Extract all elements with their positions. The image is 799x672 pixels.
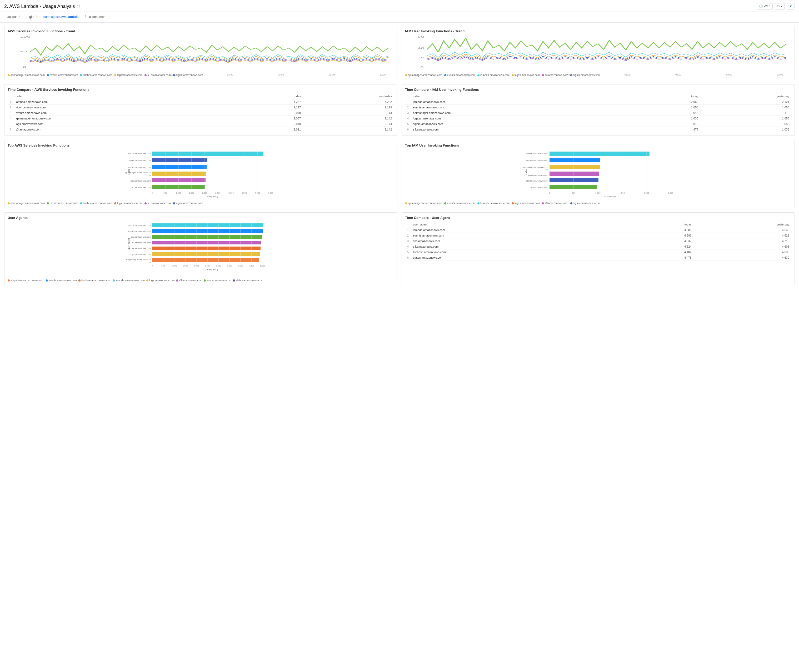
header-left: 2. AWS Lambda - Usage Analysis ⬡: [4, 4, 80, 9]
svg-text:user_agent: user_agent: [128, 238, 130, 250]
filter-account-label: account: [7, 15, 18, 19]
table-row: 3sns.amazonaws.com4,5374,715: [405, 238, 791, 244]
user-agents-row: User Agents lambda.amazonaws.com events.…: [4, 212, 795, 285]
time-range-label: -24h: [764, 5, 770, 8]
svg-text:caller: caller: [128, 169, 130, 175]
col-rank-ua: [405, 222, 411, 227]
svg-text:s3.amazonaws.com: s3.amazonaws.com: [132, 186, 151, 189]
iam-trend-svg: 60 40 20 0: [405, 35, 791, 72]
aws-trend-panel: AWS Services Invoking Functions - Trend …: [4, 26, 397, 80]
svg-text:lambda.amazonaws.com: lambda.amazonaws.com: [525, 152, 548, 155]
iam-compare-title: Time Compare - IAM User Invoking Functio…: [405, 88, 791, 91]
svg-rect-21: [152, 152, 263, 156]
svg-rect-85: [152, 241, 261, 245]
filter-button[interactable]: ▼: [787, 3, 795, 10]
col-today-iam: today: [638, 94, 700, 99]
main-content: AWS Services Invoking Functions - Trend …: [0, 22, 799, 293]
svg-text:50: 50: [20, 50, 27, 53]
svg-rect-23: [152, 165, 207, 169]
iam-trend-title: IAM User Invoking Functions - Trend: [405, 29, 791, 33]
col-rank-iam: [405, 94, 411, 99]
aws-compare-panel: Time Compare - AWS Services Invoking Fun…: [4, 84, 397, 136]
svg-text:caller: caller: [525, 169, 528, 175]
aws-trend-svg: 100 50 0: [8, 35, 394, 72]
svg-text:m: m: [546, 169, 548, 171]
svg-text:firehose.amazonaws.com: firehose.amazonaws.com: [127, 247, 151, 250]
filter-namespace-value: aws/lambda: [61, 15, 78, 19]
svg-text:5,000: 5,000: [260, 265, 266, 267]
top-iam-chart: lambda.amazonaws.com events.amazonaws.co…: [405, 149, 791, 200]
table-row: 3events.amazonaws.com2,0782,113: [8, 110, 394, 116]
svg-text:500: 500: [161, 265, 165, 267]
useragent-compare-panel: Time Compare - User Agent user_agent tod…: [402, 212, 795, 285]
page-title: 2. AWS Lambda - Usage Analysis: [4, 4, 75, 9]
col-yesterday: yesterday: [303, 94, 394, 99]
aws-compare-table: caller today yesterday 1lambda.amazonaws…: [8, 94, 394, 132]
top-aws-title: Top AWS Services Invoking Functions: [8, 143, 394, 147]
page-header: 2. AWS Lambda - Usage Analysis ⬡ 🕐 -24h …: [0, 0, 799, 12]
col-yesterday-ua: yesterday: [694, 222, 791, 227]
header-right: 🕐 -24h ↻ ▾ ▼: [757, 3, 795, 10]
svg-text:0: 0: [152, 192, 153, 194]
table-row: 6states.amazonaws.com4,4754,630: [405, 255, 791, 261]
svg-text:lambda.amazonaws.com: lambda.amazonaws.com: [128, 152, 151, 155]
aws-trend-chart: 100 50 0: [8, 35, 394, 72]
user-agents-legend: apigateway.amazonaws.com events.amazonaw…: [8, 279, 394, 282]
svg-text:1,000: 1,000: [595, 192, 601, 194]
table-row: 2signin.amazonaws.com2,1172,129: [8, 105, 394, 110]
svg-text:4,000: 4,000: [238, 265, 243, 267]
table-row: 2events.amazonaws.com1,0501,053: [405, 105, 791, 110]
svg-text:events.amazonaws.com: events.amazonaws.com: [525, 159, 548, 162]
filter-region-label: region: [27, 15, 35, 19]
svg-rect-24: [152, 171, 206, 176]
svg-text:s3.amazonaws.com: s3.amazonaws.com: [530, 186, 548, 189]
svg-text:logs.amazonaws.com: logs.amazonaws.com: [528, 174, 548, 176]
top-aws-svg: lambda.amazonaws.com signin.amazonaws.co…: [8, 149, 394, 200]
svg-text:4,500: 4,500: [249, 265, 255, 267]
filter-namespace[interactable]: namespace aws/lambda: [40, 14, 82, 20]
svg-rect-22: [152, 158, 207, 162]
filter-region[interactable]: region *: [23, 14, 40, 20]
svg-rect-86: [152, 246, 261, 250]
user-agents-svg: lambda.amazonaws.com events.amazonaws.co…: [8, 222, 394, 277]
svg-rect-55: [549, 152, 650, 156]
svg-text:20: 20: [417, 56, 424, 59]
svg-text:1,000: 1,000: [176, 192, 181, 194]
table-row: 3apimanager.amazonaws.com1,0421,110: [405, 110, 791, 116]
refresh-button[interactable]: ↻ ▾: [775, 3, 785, 10]
col-yesterday-iam: yesterday: [700, 94, 791, 99]
svg-text:2,500: 2,500: [205, 265, 210, 267]
svg-text:0: 0: [23, 66, 26, 69]
svg-text:apigateway.amazonaws.co: apigateway.amazonaws.co: [126, 258, 151, 261]
filter-functionname-label: functionname: [85, 15, 104, 19]
table-row: 5signin.amazonaws.com1,0121,055: [405, 121, 791, 127]
svg-rect-82: [152, 223, 263, 227]
svg-text:0: 0: [152, 265, 153, 267]
svg-rect-59: [549, 178, 599, 182]
svg-text:m: m: [149, 174, 151, 176]
svg-text:1,500: 1,500: [183, 265, 188, 267]
aws-trend-x-labels: 15:00 18:00 21:00 00:00 Jun 24 03:00 06:…: [8, 74, 394, 76]
svg-text:500: 500: [163, 192, 167, 194]
table-row: 6s3.amazonaws.com9761,035: [405, 127, 791, 132]
col-caller: caller: [13, 94, 241, 99]
top-aws-panel: Top AWS Services Invoking Functions lamb…: [4, 140, 397, 208]
svg-text:40: 40: [417, 46, 424, 50]
svg-text:sns.amazonaws.com: sns.amazonaws.com: [131, 236, 151, 238]
table-row: 4s3.amazonaws.com4,5244,608: [405, 244, 791, 250]
svg-text:4,500: 4,500: [268, 192, 274, 194]
filter-account[interactable]: account *: [4, 14, 23, 20]
svg-rect-88: [152, 258, 259, 262]
iam-trend-chart: 60 40 20 0: [405, 35, 791, 72]
col-useragent: user_agent: [411, 222, 627, 227]
table-row: 2events.amazonaws.com4,5934,621: [405, 233, 791, 238]
top-iam-legend: apimanager.amazonaws.com events.amazonaw…: [405, 202, 791, 205]
iam-compare-panel: Time Compare - IAM User Invoking Functio…: [402, 84, 795, 136]
useragent-compare-table: user_agent today yesterday 1lambda.amazo…: [405, 222, 791, 261]
table-row: 4apimanager.amazonaws.com2,0672,142: [8, 116, 394, 121]
share-icon[interactable]: ⬡: [77, 4, 80, 8]
aws-compare-title: Time Compare - AWS Services Invoking Fun…: [8, 88, 394, 91]
table-row: 1lambda.amazonaws.com2,0692,121: [405, 99, 791, 105]
filter-functionname[interactable]: functionname *: [82, 14, 109, 20]
time-range-button[interactable]: 🕐 -24h: [757, 3, 773, 10]
